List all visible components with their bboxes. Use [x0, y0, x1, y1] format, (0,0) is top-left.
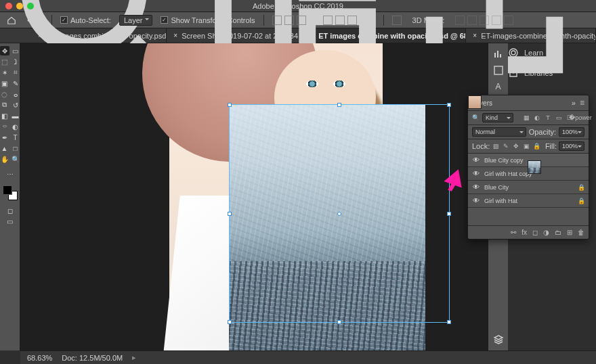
tool-quick-select[interactable]: ✶: [0, 68, 9, 77]
add-mask-icon[interactable]: ◻: [532, 229, 538, 236]
character-panel-icon[interactable]: A: [493, 81, 504, 92]
layer-fx-icon[interactable]: fx: [522, 229, 527, 236]
lock-paint-icon[interactable]: ✎: [502, 142, 510, 150]
tool-rectangle[interactable]: □: [11, 143, 20, 153]
tool-brush[interactable]: ⴰ: [11, 89, 20, 99]
tool-blur[interactable]: ⌔: [0, 122, 9, 131]
filter-type-icon[interactable]: T: [544, 114, 552, 122]
tool-eyedropper[interactable]: ✎: [11, 78, 20, 88]
layer-filter-kind-dropdown[interactable]: Kind: [482, 113, 513, 122]
artboard: [169, 43, 383, 350]
color-panel-icon[interactable]: [493, 65, 504, 76]
toolbox: ✥ ▭ ⬚ ⱹ ✶ ⌗ ▣ ✎ ◌ ⴰ ⧉ ↺ ◧ ▬ ⌔ ◐ ✒ T ▲ □ …: [0, 43, 20, 350]
libraries-panel-button[interactable]: Libraries: [508, 66, 592, 80]
tool-dodge[interactable]: ◐: [11, 122, 20, 131]
tool-gradient[interactable]: ▬: [11, 111, 20, 120]
lock-label: Lock:: [472, 142, 490, 150]
libraries-icon: [508, 68, 519, 78]
filter-toggle-icon[interactable]: �power: [576, 114, 584, 122]
tool-clone[interactable]: ⧉: [0, 100, 9, 110]
tool-marquee[interactable]: ⬚: [0, 57, 9, 66]
screen-mode-icon[interactable]: ▭: [5, 217, 15, 226]
histogram-icon[interactable]: [493, 49, 504, 60]
layer-thumbnail[interactable]: [528, 160, 541, 174]
close-window-icon[interactable]: [5, 3, 12, 9]
svg-point-7: [509, 49, 517, 57]
foreground-color-swatch[interactable]: [3, 185, 12, 195]
color-swatches[interactable]: [3, 185, 18, 200]
canvas[interactable]: [20, 43, 488, 350]
transform-handle[interactable]: [447, 320, 451, 324]
new-group-icon[interactable]: 🗀: [555, 229, 561, 236]
minimize-window-icon[interactable]: [16, 3, 23, 9]
lock-position-icon[interactable]: ✥: [512, 142, 520, 150]
visibility-toggle-icon[interactable]: 👁: [472, 197, 480, 204]
tool-lasso[interactable]: ⱹ: [11, 57, 20, 66]
layer-lock-icon: 🔒: [578, 198, 584, 204]
tool-eraser[interactable]: ◧: [0, 111, 9, 120]
auto-select-mode-dropdown[interactable]: Layer: [119, 15, 153, 26]
status-flyout-icon[interactable]: ▸: [132, 353, 136, 362]
status-bar: 68.63% Doc: 12.5M/50.0M ▸: [20, 350, 596, 364]
align-vcenter-icon[interactable]: [335, 16, 345, 25]
panel-menu-icon[interactable]: ≡: [580, 98, 584, 108]
svg-point-6: [511, 51, 515, 55]
layer-name[interactable]: Blue City: [484, 184, 574, 191]
filter-shape-icon[interactable]: ▭: [555, 114, 563, 122]
tool-spot-heal[interactable]: ◌: [0, 89, 9, 99]
svg-rect-5: [494, 66, 503, 74]
quick-mask-icon[interactable]: ◻: [5, 206, 15, 215]
visibility-toggle-icon[interactable]: 👁: [472, 183, 480, 191]
visibility-toggle-icon[interactable]: 👁: [472, 156, 480, 164]
tool-move[interactable]: ✥: [0, 46, 9, 55]
document-info[interactable]: Doc: 12.5M/50.0M: [62, 354, 123, 362]
learn-icon: [508, 47, 519, 58]
align-right-icon[interactable]: [297, 16, 306, 25]
tool-edit-toolbar[interactable]: ⋯: [5, 169, 15, 179]
align-top-icon[interactable]: [323, 16, 333, 25]
tool-artboard[interactable]: ▭: [11, 46, 20, 55]
opacity-input[interactable]: 100%: [559, 127, 584, 137]
filter-adjust-icon[interactable]: ◐: [533, 114, 541, 122]
learn-label: Learn: [524, 49, 543, 57]
layer-row[interactable]: 👁 Girl with Hat 🔒: [468, 194, 589, 208]
filter-pixel-icon[interactable]: ▦: [522, 114, 530, 122]
zoom-level[interactable]: 68.63%: [27, 354, 52, 362]
layers-panel[interactable]: Layers » ≡ 🔍 Kind ▦ ◐ T ▭ ☐ �power Norma…: [467, 95, 589, 240]
tool-frame[interactable]: ▣: [0, 78, 9, 88]
layer-thumbnail[interactable]: [468, 95, 482, 109]
new-adjustment-icon[interactable]: ◑: [543, 229, 549, 236]
titlebar: Adobe Photoshop CC 2019: [0, 0, 596, 12]
link-layers-icon[interactable]: ⚯: [511, 229, 516, 236]
lock-artboard-icon[interactable]: ▣: [522, 142, 530, 150]
zoom-window-icon[interactable]: [27, 3, 34, 9]
layers-panel-title: Layers: [472, 99, 572, 107]
collapse-panel-icon[interactable]: »: [572, 99, 576, 107]
layer-name[interactable]: Girl with Hat: [484, 198, 574, 204]
tool-crop[interactable]: ⌗: [11, 68, 20, 77]
tool-hand[interactable]: ✋: [0, 154, 9, 164]
layers-panel-icon[interactable]: [493, 334, 504, 345]
align-left-icon[interactable]: [272, 16, 282, 25]
align-bottom-icon[interactable]: [347, 16, 357, 25]
align-hcenter-icon[interactable]: [284, 16, 294, 25]
transform-handle[interactable]: [447, 212, 451, 216]
lock-transparent-icon[interactable]: ▨: [492, 142, 500, 150]
layer-row[interactable]: 👁 Blue City 🔒: [468, 181, 589, 194]
fill-input[interactable]: 100%: [559, 141, 584, 151]
transform-handle[interactable]: [447, 103, 451, 107]
tool-type[interactable]: T: [11, 133, 20, 142]
blend-mode-dropdown[interactable]: Normal: [472, 127, 526, 137]
learn-panel-button[interactable]: Learn: [508, 46, 592, 60]
tool-history-brush[interactable]: ↺: [11, 100, 20, 110]
new-layer-icon[interactable]: ⊞: [567, 229, 572, 236]
fill-label: Fill:: [545, 142, 557, 150]
tool-pen[interactable]: ✒: [0, 133, 9, 142]
delete-layer-icon[interactable]: 🗑: [578, 229, 584, 236]
visibility-toggle-icon[interactable]: 👁: [472, 170, 480, 177]
lock-all-icon[interactable]: 🔒: [532, 142, 540, 150]
tool-path-select[interactable]: ▲: [0, 143, 9, 153]
image-blue-city[interactable]: [229, 105, 425, 350]
tool-zoom[interactable]: 🔍: [11, 154, 20, 164]
3d-mode-icons[interactable]: [452, 16, 516, 25]
